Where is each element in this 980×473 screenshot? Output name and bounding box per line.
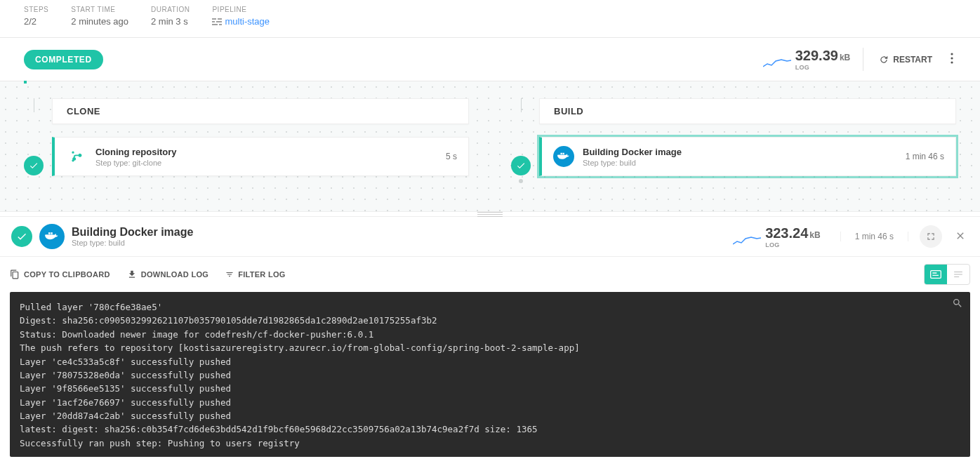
download-log-label: DOWNLOAD LOG <box>141 270 208 279</box>
canvas-indicator <box>24 81 27 84</box>
pipeline-icon <box>212 17 222 27</box>
stage-header-clone: CLONE <box>52 98 469 124</box>
meta-pipeline-link[interactable]: multi-stage <box>212 16 270 27</box>
stage-column-build: BUILD Building Docker image Step type: b… <box>511 98 956 183</box>
clipboard-icon <box>10 269 20 279</box>
filter-log-label: FILTER LOG <box>238 270 286 279</box>
meta-duration-value: 2 min 3 s <box>151 16 190 27</box>
stage-rail <box>24 98 44 183</box>
download-icon <box>127 269 137 279</box>
plain-view-icon <box>953 270 963 279</box>
close-icon <box>955 230 966 241</box>
copy-clipboard-label: COPY TO CLIPBOARD <box>24 270 110 279</box>
git-branch-icon <box>66 146 87 167</box>
step-detail-success-icon <box>11 226 32 247</box>
stage-status-success-icon <box>511 156 531 175</box>
filter-icon <box>225 270 234 279</box>
step-subtitle: Step type: git-clone <box>95 159 437 167</box>
download-log-button[interactable]: DOWNLOAD LOG <box>127 269 208 279</box>
filter-log-button[interactable]: FILTER LOG <box>225 270 286 279</box>
log-search-button[interactable] <box>952 298 963 314</box>
restart-icon <box>879 55 889 65</box>
sparkline-icon <box>733 234 761 248</box>
meta-pipeline: PIPELINE multi-stage <box>212 6 270 27</box>
build-log-unit: kB <box>840 53 850 62</box>
log-view-rich-button[interactable] <box>925 265 947 284</box>
step-card-cloning-repository[interactable]: Cloning repository Step type: git-clone … <box>52 137 469 176</box>
step-subtitle: Step type: build <box>583 159 897 167</box>
stage-rail <box>511 98 531 183</box>
status-badge: COMPLETED <box>24 50 103 69</box>
log-text: Pulled layer '780cf6e38ae5' Digest: sha2… <box>20 300 960 450</box>
more-menu-button[interactable] <box>948 53 956 66</box>
restart-button[interactable]: RESTART <box>872 55 939 65</box>
step-detail-duration: 1 min 46 s <box>840 232 908 241</box>
step-duration: 5 s <box>446 152 457 161</box>
step-detail-subtitle: Step type: build <box>72 239 713 247</box>
step-detail-title: Building Docker image <box>72 226 713 239</box>
pipeline-canvas[interactable]: CLONE Cloning repository Step type: git-… <box>0 81 980 211</box>
stage-column-clone: CLONE Cloning repository Step type: git-… <box>24 98 469 183</box>
svg-rect-13 <box>563 153 564 154</box>
meta-start-value: 2 minutes ago <box>71 16 128 27</box>
build-log-metric: 329.39kB LOG <box>750 48 864 71</box>
close-button[interactable] <box>952 230 969 244</box>
rich-view-icon <box>930 270 941 279</box>
meta-start-time: START TIME 2 minutes ago <box>71 6 128 27</box>
expand-button[interactable] <box>920 225 942 248</box>
log-view-toggle <box>924 264 970 285</box>
meta-steps: STEPS 2/2 <box>24 6 48 27</box>
step-title: Building Docker image <box>583 147 897 157</box>
sparkline-icon <box>763 57 791 71</box>
svg-rect-18 <box>51 232 53 234</box>
meta-steps-label: STEPS <box>24 6 48 13</box>
meta-bar: STEPS 2/2 START TIME 2 minutes ago DURAT… <box>0 0 980 38</box>
expand-icon <box>926 232 936 241</box>
log-output[interactable]: Pulled layer '780cf6e38ae5' Digest: sha2… <box>10 292 970 457</box>
svg-point-8 <box>951 61 953 63</box>
svg-point-6 <box>951 53 953 55</box>
step-duration: 1 min 46 s <box>906 152 944 161</box>
build-log-label: LOG <box>795 64 809 71</box>
step-log-label: LOG <box>765 241 779 248</box>
meta-pipeline-label: PIPELINE <box>212 6 270 13</box>
stage-header-build: BUILD <box>539 98 956 124</box>
meta-steps-value: 2/2 <box>24 16 48 27</box>
step-card-building-docker-image[interactable]: Building Docker image Step type: build 1… <box>539 137 956 176</box>
step-title: Cloning repository <box>95 147 437 157</box>
svg-rect-17 <box>48 232 51 234</box>
meta-pipeline-value[interactable]: multi-stage <box>225 16 270 27</box>
step-detail-header: Building Docker image Step type: build 3… <box>0 217 980 257</box>
copy-clipboard-button[interactable]: COPY TO CLIPBOARD <box>10 269 110 279</box>
log-toolbar: COPY TO CLIPBOARD DOWNLOAD LOG FILTER LO… <box>0 257 980 292</box>
more-vert-icon <box>951 53 953 64</box>
svg-rect-12 <box>561 153 562 154</box>
log-view-plain-button[interactable] <box>947 265 969 284</box>
step-log-unit: kB <box>809 230 820 240</box>
search-icon <box>952 298 963 309</box>
step-log-metric: 323.24kB LOG <box>720 225 833 248</box>
panel-resize-handle[interactable] <box>0 211 980 217</box>
restart-label: RESTART <box>893 55 932 65</box>
meta-start-label: START TIME <box>71 6 128 13</box>
step-log-value: 323.24 <box>765 225 808 241</box>
meta-duration-label: DURATION <box>151 6 190 13</box>
docker-icon <box>39 224 65 249</box>
stage-status-success-icon <box>24 156 44 175</box>
svg-point-7 <box>951 57 953 59</box>
docker-icon <box>553 146 574 167</box>
svg-rect-19 <box>931 271 941 279</box>
meta-duration: DURATION 2 min 3 s <box>151 6 190 27</box>
status-row: COMPLETED 329.39kB LOG RESTART <box>0 38 980 81</box>
build-log-value: 329.39 <box>795 48 838 63</box>
